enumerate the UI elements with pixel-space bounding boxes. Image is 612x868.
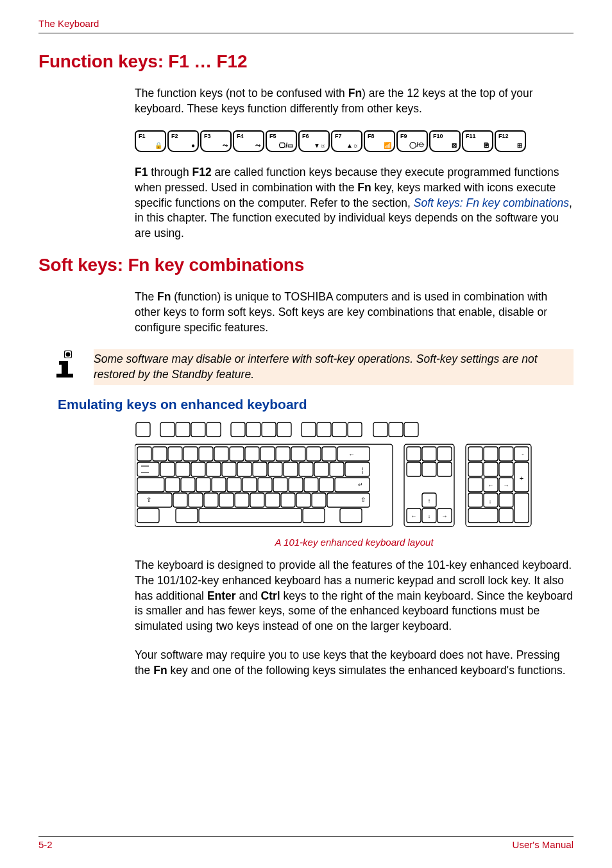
kbd-fn: Fn bbox=[357, 181, 371, 194]
kbd-f12: F12 bbox=[192, 166, 212, 178]
svg-rect-107 bbox=[484, 462, 498, 476]
svg-rect-106 bbox=[468, 462, 482, 476]
svg-rect-49 bbox=[299, 462, 313, 476]
svg-rect-78 bbox=[296, 493, 310, 507]
key-f4: F4⤳ bbox=[233, 130, 264, 152]
svg-text:←: ← bbox=[488, 482, 494, 489]
text: The function keys (not to be confused wi… bbox=[135, 87, 348, 100]
scroll-lock-icon: ⊞ bbox=[517, 142, 522, 149]
svg-text:←: ← bbox=[411, 513, 417, 519]
svg-rect-41 bbox=[176, 462, 190, 476]
key-f8: F8📶 bbox=[364, 130, 395, 152]
svg-rect-47 bbox=[268, 462, 282, 476]
figure-caption: A 101-key enhanced keyboard layout bbox=[135, 537, 574, 548]
svg-rect-64 bbox=[304, 478, 318, 492]
svg-rect-87 bbox=[407, 447, 421, 461]
svg-text:←: ← bbox=[348, 451, 355, 458]
svg-rect-17 bbox=[389, 422, 403, 437]
svg-rect-50 bbox=[314, 462, 328, 476]
svg-rect-56 bbox=[181, 478, 195, 492]
svg-rect-54 bbox=[137, 478, 164, 492]
brightness-up-icon: ▲☼ bbox=[346, 142, 359, 149]
svg-rect-88 bbox=[422, 447, 436, 461]
text: through bbox=[148, 166, 192, 178]
kbd-fn: Fn bbox=[348, 87, 362, 100]
svg-rect-65 bbox=[319, 478, 334, 492]
text: and bbox=[236, 589, 261, 602]
svg-rect-59 bbox=[227, 478, 241, 492]
svg-rect-77 bbox=[281, 493, 295, 507]
brightness-down-icon: ▼☼ bbox=[314, 142, 326, 149]
note-callout: Some software may disable or interfere w… bbox=[53, 349, 574, 385]
svg-rect-26 bbox=[199, 447, 213, 461]
svg-rect-111 bbox=[468, 478, 482, 492]
svg-rect-23 bbox=[153, 447, 167, 461]
svg-rect-31 bbox=[276, 447, 290, 461]
power-icon: ● bbox=[191, 142, 195, 149]
svg-rect-103 bbox=[499, 447, 513, 461]
key-label: F2 bbox=[171, 133, 178, 139]
key-f3: F3⤳ bbox=[200, 130, 232, 152]
text: (function) is unique to TOSHIBA computer… bbox=[135, 290, 547, 333]
key-f1: F1🔒 bbox=[135, 130, 166, 152]
svg-rect-27 bbox=[214, 447, 228, 461]
para-emulating-desc: The keyboard is designed to provide all … bbox=[135, 558, 574, 634]
svg-rect-55 bbox=[166, 478, 180, 492]
para-soft-keys-intro: The Fn (function) is unique to TOSHIBA c… bbox=[135, 290, 574, 335]
svg-rect-33 bbox=[307, 447, 321, 461]
heading-emulating-keys: Emulating keys on enhanced keyboard bbox=[58, 397, 574, 412]
svg-rect-90 bbox=[407, 462, 421, 476]
svg-rect-42 bbox=[191, 462, 205, 476]
key-f10: F10⊠ bbox=[429, 130, 461, 152]
svg-text:→: → bbox=[504, 482, 509, 489]
svg-rect-11 bbox=[277, 422, 291, 437]
key-f9: F9◯/⦵ bbox=[396, 130, 428, 152]
svg-rect-44 bbox=[222, 462, 236, 476]
svg-text:↑: ↑ bbox=[428, 498, 431, 504]
svg-text:+: + bbox=[520, 474, 523, 482]
svg-rect-118 bbox=[499, 493, 513, 507]
page-number: 5-2 bbox=[38, 839, 53, 850]
svg-rect-83 bbox=[176, 508, 198, 523]
svg-rect-45 bbox=[237, 462, 251, 476]
key-label: F5 bbox=[269, 133, 276, 139]
manual-title: User's Manual bbox=[513, 839, 574, 850]
arrow-mode-icon: ⊠ bbox=[452, 142, 457, 149]
svg-rect-28 bbox=[230, 447, 244, 461]
para-function-keys-intro: The function keys (not to be confused wi… bbox=[135, 86, 574, 116]
key-label: F10 bbox=[433, 133, 443, 139]
svg-rect-86 bbox=[340, 508, 362, 523]
svg-rect-76 bbox=[266, 493, 280, 507]
link-soft-keys[interactable]: Soft keys: Fn key combinations bbox=[414, 196, 569, 209]
svg-rect-43 bbox=[207, 462, 221, 476]
svg-text:¦: ¦ bbox=[362, 467, 364, 474]
key-f7: F7▲☼ bbox=[331, 130, 362, 152]
svg-rect-3 bbox=[136, 422, 150, 437]
keyboard-layout-figure: ← ¦ ↵ ⇧ ⇧ ↑ bbox=[135, 421, 574, 530]
hibernate-icon: ⤳ bbox=[255, 142, 260, 149]
svg-rect-121 bbox=[468, 508, 498, 523]
key-f12: F12⊞ bbox=[495, 130, 526, 152]
key-label: F8 bbox=[368, 133, 375, 139]
svg-rect-5 bbox=[176, 422, 190, 437]
kbd-f1: F1 bbox=[135, 166, 148, 178]
heading-soft-keys: Soft keys: Fn key combinations bbox=[38, 255, 574, 275]
svg-rect-46 bbox=[253, 462, 267, 476]
svg-rect-68 bbox=[137, 493, 172, 507]
svg-point-2 bbox=[66, 352, 71, 357]
svg-rect-34 bbox=[322, 447, 336, 461]
header-rule bbox=[38, 33, 574, 33]
svg-rect-79 bbox=[312, 493, 326, 507]
svg-rect-6 bbox=[191, 422, 205, 437]
note-text: Some software may disable or interfere w… bbox=[94, 349, 574, 385]
info-icon bbox=[53, 349, 83, 385]
svg-text:→: → bbox=[442, 513, 448, 519]
svg-rect-12 bbox=[302, 422, 316, 437]
svg-rect-24 bbox=[168, 447, 182, 461]
svg-rect-14 bbox=[332, 422, 346, 437]
svg-rect-92 bbox=[438, 462, 452, 476]
text: key and one of the following keys simula… bbox=[167, 664, 566, 677]
svg-rect-29 bbox=[245, 447, 259, 461]
numeric-mode-icon: 🖹 bbox=[483, 142, 489, 149]
svg-rect-9 bbox=[246, 422, 260, 437]
